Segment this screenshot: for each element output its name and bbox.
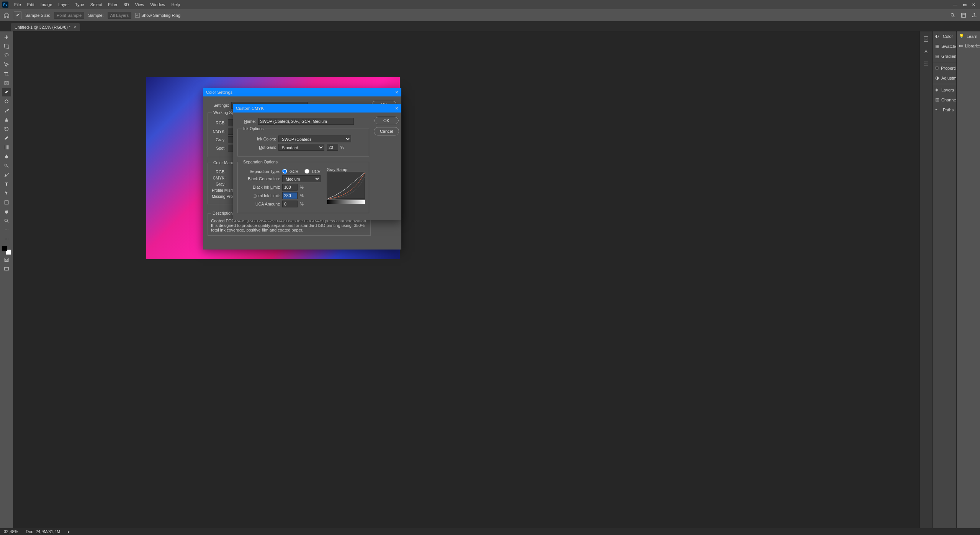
dot-gain-select[interactable]: Standard — [278, 144, 324, 151]
history-panel-icon[interactable] — [923, 36, 930, 43]
gray-ramp-label: Gray Ramp: — [327, 167, 348, 172]
dodge-tool[interactable] — [2, 161, 11, 170]
swatches-icon: ▦ — [935, 44, 939, 49]
properties-icon: ⊞ — [935, 65, 939, 71]
paragraph-panel-icon[interactable] — [923, 60, 930, 67]
status-chevron-icon[interactable]: ▸ — [68, 529, 70, 534]
path-select-tool[interactable] — [2, 189, 11, 197]
move-tool[interactable] — [2, 33, 11, 41]
total-limit-pct: % — [300, 193, 304, 198]
swatches-panel-tab[interactable]: ▦Swatches — [933, 41, 956, 51]
color-settings-titlebar[interactable]: Color Settings × — [203, 88, 401, 96]
hand-tool[interactable] — [2, 207, 11, 216]
zoom-tool[interactable] — [2, 217, 11, 225]
svg-rect-1 — [962, 13, 966, 17]
zoom-level[interactable]: 32,48% — [4, 529, 18, 534]
menu-layer[interactable]: Layer — [56, 0, 72, 9]
description-legend: Description — [211, 211, 234, 215]
brush-tool[interactable] — [2, 106, 11, 115]
eyedropper-tool[interactable] — [2, 88, 11, 96]
black-limit-input[interactable] — [282, 184, 298, 191]
learn-panel-tab[interactable]: 💡Learn — [957, 31, 980, 41]
uca-input[interactable] — [282, 201, 298, 207]
document-tab-title: Untitled-1 @ 32,5% (RGB/8) * — [15, 25, 70, 29]
ws-spot-label: Spot: — [212, 146, 226, 150]
more-tools-icon[interactable]: ⋯ — [2, 226, 11, 234]
menu-filter[interactable]: Filter — [105, 0, 120, 9]
show-sampling-ring-checkbox[interactable]: ✓ — [135, 13, 140, 18]
blur-tool[interactable] — [2, 152, 11, 161]
history-brush-tool[interactable] — [2, 125, 11, 133]
menu-help[interactable]: Help — [169, 0, 183, 9]
svg-rect-9 — [5, 258, 8, 261]
share-icon[interactable] — [972, 13, 977, 18]
color-settings-close-icon[interactable]: × — [395, 90, 398, 95]
cmyk-cancel-button[interactable]: Cancel — [374, 127, 399, 135]
dot-gain-input[interactable] — [327, 144, 338, 151]
marquee-tool[interactable] — [2, 42, 11, 51]
home-icon[interactable] — [3, 12, 10, 19]
search-icon[interactable] — [950, 13, 955, 18]
menu-select[interactable]: Select — [88, 0, 105, 9]
channels-icon: ▥ — [935, 97, 939, 103]
black-gen-select[interactable]: Medium — [282, 175, 321, 182]
menu-image[interactable]: Image — [38, 0, 55, 9]
adjustments-panel-tab[interactable]: ◑Adjustme... — [933, 73, 956, 83]
gcr-radio[interactable] — [282, 169, 287, 174]
quick-select-tool[interactable] — [2, 60, 11, 69]
window-minimize-icon[interactable]: — — [953, 2, 957, 7]
edit-toolbar-icon[interactable]: ⋯ — [2, 235, 11, 243]
menu-view[interactable]: View — [133, 0, 147, 9]
ink-colors-label: Ink Colors: — [242, 137, 276, 141]
ink-colors-select[interactable]: SWOP (Coated) — [278, 135, 351, 142]
channels-panel-tab[interactable]: ▥Channels — [933, 95, 956, 105]
app-icon: Ps — [2, 2, 8, 8]
paths-panel-tab[interactable]: ⌁Paths — [933, 105, 956, 115]
gradient-tool[interactable] — [2, 143, 11, 152]
libraries-panel-tab[interactable]: ▭Libraries — [957, 41, 980, 51]
color-panel-tab[interactable]: ◐Color — [933, 31, 956, 41]
ws-gray-label: Gray: — [212, 137, 226, 142]
shape-tool[interactable] — [2, 198, 11, 207]
menu-type[interactable]: Type — [72, 0, 87, 9]
sample-label: Sample: — [88, 13, 103, 18]
menu-file[interactable]: File — [11, 0, 24, 9]
frame-tool[interactable] — [2, 79, 11, 87]
ucr-radio[interactable] — [304, 169, 309, 174]
tab-close-icon[interactable]: × — [74, 25, 76, 29]
crop-tool[interactable] — [2, 70, 11, 78]
clone-tool[interactable] — [2, 116, 11, 124]
svg-point-10 — [6, 259, 8, 261]
properties-panel-tab[interactable]: ⊞Properties — [933, 63, 956, 73]
healing-tool[interactable] — [2, 97, 11, 106]
screen-mode-icon[interactable] — [2, 265, 11, 273]
character-panel-icon[interactable] — [923, 48, 930, 55]
workspace-icon[interactable] — [961, 13, 966, 18]
type-tool[interactable] — [2, 180, 11, 188]
menu-edit[interactable]: Edit — [25, 0, 37, 9]
window-restore-icon[interactable]: ▭ — [963, 2, 967, 7]
cmyk-name-input[interactable] — [258, 118, 354, 125]
menu-window[interactable]: Window — [147, 0, 168, 9]
sample-size-select[interactable]: Point Sample — [54, 12, 84, 19]
quick-mask-icon[interactable] — [2, 256, 11, 264]
document-tab[interactable]: Untitled-1 @ 32,5% (RGB/8) * × — [11, 23, 80, 31]
fg-bg-colors[interactable] — [2, 246, 11, 255]
cmyk-titlebar[interactable]: Custom CMYK × — [233, 104, 401, 113]
lasso-tool[interactable] — [2, 51, 11, 60]
doc-size[interactable]: Doc: 24,9M/31,4M — [26, 529, 60, 534]
sample-select[interactable]: All Layers — [108, 12, 131, 19]
menu-3d[interactable]: 3D — [121, 0, 132, 9]
panel-group-colors: ◐Color ▦Swatches ▤Gradients ⊞Properties … — [933, 31, 956, 528]
uca-label: UCA Amount: — [242, 202, 280, 206]
layers-panel-tab[interactable]: ◈Layers — [933, 85, 956, 95]
window-close-icon[interactable]: ✕ — [972, 2, 975, 7]
cmyk-close-icon[interactable]: × — [395, 106, 398, 111]
total-limit-input[interactable] — [282, 192, 298, 199]
canvas[interactable] — [13, 31, 919, 528]
cmyk-ok-button[interactable]: OK — [374, 116, 399, 125]
description-body: Coated FOGRA39 (ISO 12647-2:2004): Uses … — [211, 219, 367, 232]
pen-tool[interactable] — [2, 171, 11, 179]
gradients-panel-tab[interactable]: ▤Gradients — [933, 51, 956, 61]
eraser-tool[interactable] — [2, 134, 11, 142]
